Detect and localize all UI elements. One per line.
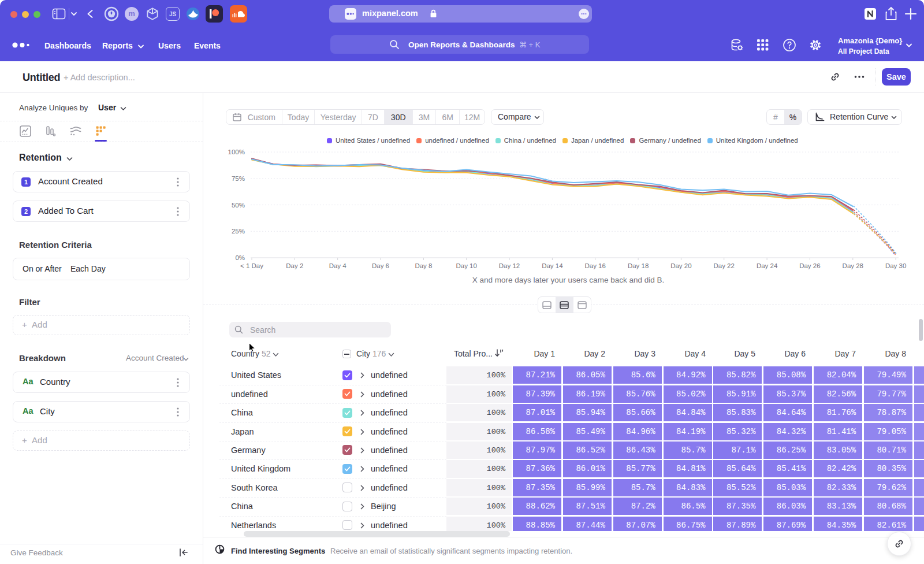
svg-text:Day 8: Day 8 [415,262,432,269]
svg-text:Day 18: Day 18 [628,262,649,269]
svg-text:Day 14: Day 14 [542,262,563,269]
svg-text:Day 6: Day 6 [372,262,389,269]
svg-text:Day 2: Day 2 [286,262,303,269]
svg-text:25%: 25% [232,228,245,235]
svg-text:Day 24: Day 24 [757,262,778,269]
svg-text:75%: 75% [232,175,245,182]
svg-text:0%: 0% [235,254,245,261]
svg-text:Day 10: Day 10 [456,262,476,269]
svg-text:Day 26: Day 26 [799,262,820,269]
svg-text:Day 20: Day 20 [670,262,691,269]
svg-text:50%: 50% [232,202,245,209]
svg-text:Day 30: Day 30 [885,262,906,269]
svg-text:Day 16: Day 16 [584,262,605,269]
svg-text:Day 28: Day 28 [843,262,863,269]
svg-text:Day 12: Day 12 [499,262,520,269]
svg-text:< 1 Day: < 1 Day [240,262,263,269]
svg-text:Day 22: Day 22 [713,262,734,269]
svg-text:100%: 100% [228,149,245,155]
svg-text:Day 4: Day 4 [329,262,347,269]
